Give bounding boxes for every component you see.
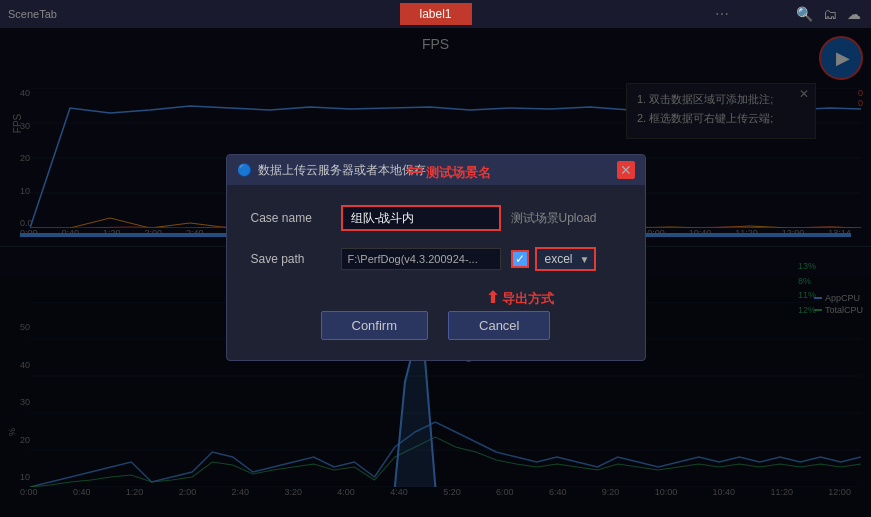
save-path-label: Save path [251,252,331,266]
dialog-title-text: 数据上传云服务器或者本地保存 [258,162,426,179]
cloud-icon[interactable]: ☁ [847,6,861,22]
scene-tab-label: SceneTab [8,8,57,20]
dialog-title: 🔵 数据上传云服务器或者本地保存 [237,162,426,179]
case-name-label: Case name [251,211,331,225]
more-dots[interactable]: ⋯ [715,6,731,22]
case-name-input[interactable] [341,205,501,231]
main-content: FPS ▶ ✕ 1. 双击数据区域可添加批注; 2. 框选数据可右键上传云端; … [0,28,871,517]
modal-overlay: 🔵 数据上传云服务器或者本地保存 ✕ Case name 测试场景Upload … [0,28,871,517]
checkbox-area: ✓ excel csv json ▼ [511,247,596,271]
folder-icon[interactable]: 🗂 [823,6,837,22]
excel-checkbox[interactable]: ✓ [511,250,529,268]
check-icon: ✓ [515,252,525,266]
upload-label: 测试场景Upload [511,210,597,227]
dialog-title-bar: 🔵 数据上传云服务器或者本地保存 ✕ [227,155,645,185]
format-select-wrapper: excel csv json ▼ [535,247,596,271]
confirm-button[interactable]: Confirm [321,311,429,340]
save-path-row: Save path ✓ excel csv json ▼ [251,247,621,271]
top-bar: SceneTab label1 ⋯ 🔍 🗂 ☁ [0,0,871,28]
save-dialog: 🔵 数据上传云服务器或者本地保存 ✕ Case name 测试场景Upload … [226,154,646,361]
dialog-close-button[interactable]: ✕ [617,161,635,179]
label-tab[interactable]: label1 [399,3,471,25]
save-path-input[interactable] [341,248,501,270]
dialog-footer: Confirm Cancel [227,303,645,360]
top-icons: 🔍 🗂 ☁ [796,6,861,22]
dialog-title-icon: 🔵 [237,163,252,177]
case-name-row: Case name 测试场景Upload [251,205,621,231]
format-select[interactable]: excel csv json [535,247,596,271]
location-icon[interactable]: 🔍 [796,6,813,22]
cancel-button[interactable]: Cancel [448,311,550,340]
dialog-body: Case name 测试场景Upload Save path ✓ ex [227,185,645,303]
